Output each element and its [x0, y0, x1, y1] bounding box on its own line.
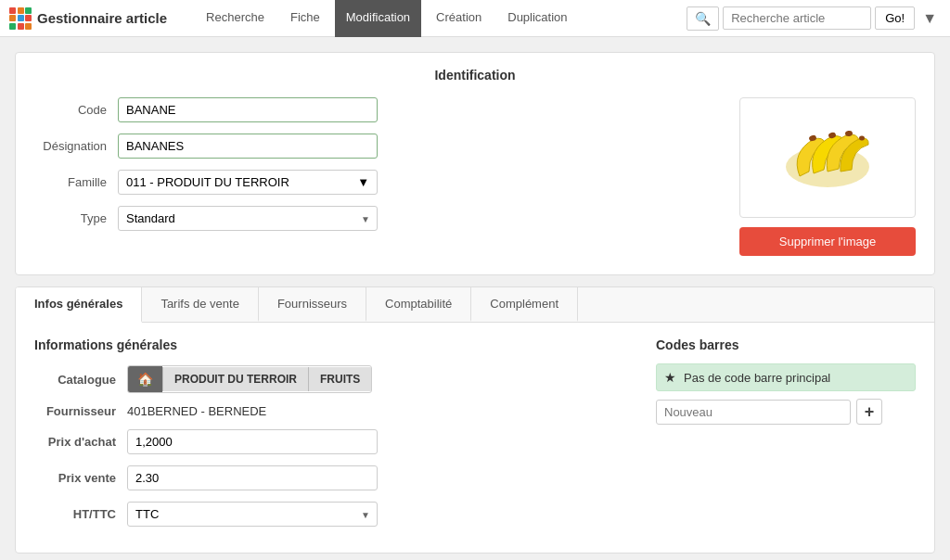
tab-tarifs-vente[interactable]: Tarifs de vente [142, 287, 259, 322]
tab-body: Informations générales Catalogue 🏠 PRODU… [34, 337, 916, 538]
prix-vente-row: Prix vente [34, 465, 628, 490]
catalogue-item-fruits[interactable]: FRUITS [308, 367, 371, 391]
ht-ttc-row: HT/TTC HT TTC [34, 502, 628, 527]
famille-row: Famille 011 - PRODUIT DU TERROIR ▼ [34, 170, 721, 195]
tab-left: Informations générales Catalogue 🏠 PRODU… [34, 337, 628, 538]
identification-card: Identification Code Désignation Famille … [15, 52, 935, 275]
fournisseur-row: Fournisseur 401BERNED - BERNEDE [34, 404, 628, 418]
tab-complement[interactable]: Complément [471, 287, 578, 322]
code-input[interactable] [118, 97, 378, 122]
designation-label: Désignation [34, 139, 118, 153]
nav-modification[interactable]: Modification [335, 0, 421, 37]
app-title: Gestionnaire article [37, 10, 167, 26]
famille-value: 011 - PRODUIT DU TERROIR [126, 175, 289, 189]
product-image [739, 97, 916, 218]
prix-achat-row: Prix d'achat [34, 429, 628, 454]
fournisseur-value: 401BERNED - BERNEDE [127, 404, 266, 418]
catalogue-label: Catalogue [34, 373, 127, 387]
search-area: 🔍 Go! ▼ [687, 6, 941, 31]
code-row: Code [34, 97, 721, 122]
codes-barres-panel: Codes barres ★ Pas de code barre princip… [656, 337, 916, 538]
image-area: Supprimer l'image [739, 97, 916, 256]
add-barcode-button[interactable]: + [856, 399, 882, 425]
famille-chevron-icon: ▼ [357, 175, 369, 189]
prix-vente-label: Prix vente [34, 471, 127, 485]
ht-ttc-select[interactable]: HT TTC [127, 502, 378, 527]
banana-image-svg [772, 116, 883, 199]
catalogue-item-terroir[interactable]: PRODUIT DU TERROIR [162, 367, 308, 391]
ht-ttc-select-wrapper: HT TTC [127, 502, 378, 527]
tab-fournisseurs[interactable]: Fournisseurs [259, 287, 366, 322]
designation-row: Désignation [34, 134, 721, 159]
identification-title: Identification [34, 68, 916, 83]
tab-content-infos-generales: Informations générales Catalogue 🏠 PRODU… [16, 323, 934, 553]
catalogue-path: 🏠 PRODUIT DU TERROIR FRUITS [127, 365, 372, 393]
type-label: Type [34, 211, 118, 225]
new-barcode-row: + [656, 399, 916, 425]
search-icon-button[interactable]: 🔍 [687, 6, 719, 31]
famille-label: Famille [34, 175, 118, 189]
prix-vente-input[interactable] [127, 465, 378, 490]
famille-dropdown[interactable]: 011 - PRODUIT DU TERROIR ▼ [118, 170, 378, 195]
nav-creation[interactable]: Création [425, 0, 493, 37]
nav-recherche[interactable]: Recherche [195, 0, 276, 37]
filter-icon[interactable]: ▼ [918, 10, 941, 27]
codes-barres-title: Codes barres [656, 337, 916, 352]
logo-grid [9, 7, 32, 30]
id-fields: Code Désignation Famille 011 - PRODUIT D… [34, 97, 721, 256]
barcode-main-text: Pas de code barre principal [684, 371, 907, 385]
nav-duplication[interactable]: Duplication [496, 0, 578, 37]
code-label: Code [34, 103, 118, 117]
type-row: Type Standard Générique Composé [34, 206, 721, 231]
top-nav: Gestionnaire article Recherche Fiche Mod… [0, 0, 950, 37]
star-icon: ★ [664, 370, 676, 385]
tab-comptabilite[interactable]: Comptabilité [366, 287, 471, 322]
nav-fiche[interactable]: Fiche [279, 0, 331, 37]
prix-achat-input[interactable] [127, 429, 378, 454]
catalogue-home-icon[interactable]: 🏠 [128, 366, 162, 392]
search-input[interactable] [723, 6, 871, 30]
delete-image-button[interactable]: Supprimer l'image [739, 227, 916, 256]
tabs-header: Infos générales Tarifs de vente Fourniss… [16, 287, 934, 323]
prix-achat-label: Prix d'achat [34, 435, 127, 449]
fournisseur-label: Fournisseur [34, 404, 127, 418]
ht-ttc-label: HT/TTC [34, 507, 127, 521]
type-select[interactable]: Standard Générique Composé [118, 206, 378, 231]
barcode-main-row: ★ Pas de code barre principal [656, 363, 916, 391]
go-button[interactable]: Go! [875, 6, 915, 30]
tabs-card: Infos générales Tarifs de vente Fourniss… [15, 286, 935, 554]
identification-form: Code Désignation Famille 011 - PRODUIT D… [34, 97, 916, 256]
designation-input[interactable] [118, 134, 378, 159]
infos-generales-title: Informations générales [34, 337, 628, 352]
catalogue-row: Catalogue 🏠 PRODUIT DU TERROIR FRUITS [34, 365, 628, 393]
type-select-wrapper: Standard Générique Composé [118, 206, 378, 231]
main-content: Identification Code Désignation Famille … [0, 37, 950, 560]
app-logo: Gestionnaire article [9, 7, 182, 30]
new-barcode-input[interactable] [656, 400, 851, 425]
tab-infos-generales[interactable]: Infos générales [16, 287, 142, 323]
